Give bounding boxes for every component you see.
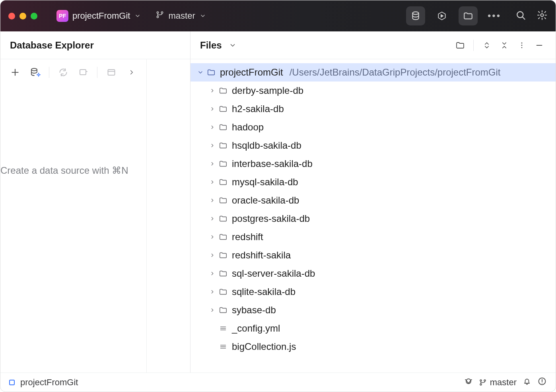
tree-folder-label: sqlite-sakila-db xyxy=(232,286,295,297)
chevron-right-icon[interactable] xyxy=(207,161,218,167)
files-panel-header: Files xyxy=(191,31,556,59)
folder-icon xyxy=(218,251,229,260)
status-project[interactable]: projectFromGit xyxy=(20,377,78,388)
left-panel-title: Database Explorer xyxy=(10,40,94,51)
main-area: Database Explorer xyxy=(0,31,556,373)
tree-folder[interactable]: redshift-sakila xyxy=(191,246,556,264)
stop-button[interactable] xyxy=(77,66,89,78)
expand-button[interactable] xyxy=(126,66,138,78)
chevron-right-icon[interactable] xyxy=(207,252,218,258)
tree-folder-label: h2-sakila-db xyxy=(232,103,284,114)
datasource-properties-button[interactable] xyxy=(29,66,41,78)
svg-point-3 xyxy=(412,12,418,14)
settings-button[interactable] xyxy=(537,10,548,22)
vcs-widget-icon[interactable] xyxy=(464,376,473,388)
chevron-right-icon[interactable] xyxy=(207,143,218,148)
files-tree[interactable]: projectFromGit /Users/JetBrains/DataGrip… xyxy=(191,59,556,373)
project-badge-icon: PF xyxy=(56,10,68,22)
problems-button[interactable] xyxy=(537,376,547,388)
database-tool-button[interactable] xyxy=(406,6,425,25)
tree-root-name: projectFromGit xyxy=(220,67,283,78)
search-button[interactable] xyxy=(515,10,526,22)
svg-point-5 xyxy=(541,14,544,17)
tree-folder-label: hadoop xyxy=(232,122,264,133)
tree-folder[interactable]: postgres-sakila-db xyxy=(191,210,556,228)
file-icon xyxy=(218,324,229,333)
hide-panel-button[interactable] xyxy=(533,39,546,52)
close-window-button[interactable] xyxy=(8,13,15,19)
chevron-right-icon[interactable] xyxy=(207,198,218,203)
maximize-window-button[interactable] xyxy=(31,13,37,19)
chevron-right-icon[interactable] xyxy=(207,271,218,276)
tree-root[interactable]: projectFromGit /Users/JetBrains/DataGrip… xyxy=(191,63,556,82)
chevron-right-icon[interactable] xyxy=(207,307,218,313)
more-dots-icon: ••• xyxy=(488,10,501,21)
view-mode-button[interactable] xyxy=(105,66,117,78)
folder-icon xyxy=(218,86,229,95)
tree-folder-label: oracle-sakila-db xyxy=(232,195,299,206)
tree-folder[interactable]: derby-sample-db xyxy=(191,82,556,100)
folder-icon xyxy=(218,196,229,205)
tree-folder[interactable]: interbase-sakila-db xyxy=(191,155,556,173)
add-datasource-button[interactable] xyxy=(9,66,21,78)
create-datasource-hint: Create a data source with ⌘N xyxy=(0,165,146,176)
chevron-right-icon[interactable] xyxy=(207,88,218,93)
expand-all-button[interactable] xyxy=(480,39,494,52)
tree-folder[interactable]: hadoop xyxy=(191,118,556,136)
tree-file-label: bigCollection.js xyxy=(232,341,296,352)
branch-name: master xyxy=(168,11,195,21)
window-controls xyxy=(8,13,37,19)
tree-folder[interactable]: oracle-sakila-db xyxy=(191,191,556,210)
tree-folder[interactable]: sql-server-sakila-db xyxy=(191,264,556,283)
tree-folder-label: postgres-sakila-db xyxy=(232,213,310,224)
tree-root-path: /Users/JetBrains/DataGripProjects/projec… xyxy=(290,67,501,78)
chevron-right-icon[interactable] xyxy=(207,106,218,112)
panel-options-button[interactable] xyxy=(515,39,529,52)
collapse-all-button[interactable] xyxy=(498,39,511,52)
left-gutter xyxy=(147,59,190,373)
branch-selector[interactable]: master xyxy=(152,8,210,24)
git-branch-icon xyxy=(156,10,164,21)
status-branch-widget[interactable]: master xyxy=(479,377,517,388)
file-icon xyxy=(218,342,229,351)
tree-folder-label: redshift xyxy=(232,231,263,243)
files-tool-button[interactable] xyxy=(459,6,478,25)
chevron-right-icon[interactable] xyxy=(207,124,218,130)
minimize-window-button[interactable] xyxy=(19,13,26,19)
tree-folder[interactable]: sybase-db xyxy=(191,301,556,319)
db-toolbar xyxy=(0,59,146,85)
chevron-down-icon xyxy=(134,12,141,19)
tree-folder-label: sybase-db xyxy=(232,305,276,316)
status-bar: projectFromGit master xyxy=(0,373,556,392)
svg-rect-8 xyxy=(80,70,86,75)
chevron-right-icon[interactable] xyxy=(207,216,218,221)
tree-folder[interactable]: sqlite-sakila-db xyxy=(191,283,556,301)
svg-point-12 xyxy=(521,47,523,48)
run-tool-button[interactable] xyxy=(432,6,451,25)
svg-point-17 xyxy=(542,382,542,383)
folder-icon xyxy=(218,287,229,296)
tree-folder[interactable]: h2-sakila-db xyxy=(191,100,556,118)
notifications-button[interactable] xyxy=(522,376,532,388)
chevron-right-icon[interactable] xyxy=(207,179,218,185)
chevron-down-icon[interactable] xyxy=(226,39,239,52)
tree-folder[interactable]: mysql-sakila-db xyxy=(191,173,556,191)
tree-folder[interactable]: hsqldb-sakila-db xyxy=(191,136,556,155)
refresh-button[interactable] xyxy=(57,66,69,78)
tree-file[interactable]: bigCollection.js xyxy=(191,338,556,356)
database-explorer: Create a data source with ⌘N xyxy=(0,59,147,373)
chevron-right-icon[interactable] xyxy=(207,234,218,240)
folder-icon xyxy=(218,123,229,132)
chevron-right-icon[interactable] xyxy=(207,289,218,295)
chevron-down-icon[interactable] xyxy=(195,69,206,76)
tree-folder[interactable]: redshift xyxy=(191,228,556,246)
select-opened-file-button[interactable] xyxy=(453,39,467,52)
tree-folder-label: derby-sample-db xyxy=(232,85,303,96)
more-actions-button[interactable]: ••• xyxy=(485,6,504,25)
project-name: projectFromGit xyxy=(72,11,130,21)
tree-file[interactable]: _config.yml xyxy=(191,319,556,338)
project-selector[interactable]: PF projectFromGit xyxy=(53,8,144,24)
tree-folder-label: mysql-sakila-db xyxy=(232,177,298,188)
status-branch-name: master xyxy=(490,377,517,388)
folder-icon xyxy=(218,141,229,150)
